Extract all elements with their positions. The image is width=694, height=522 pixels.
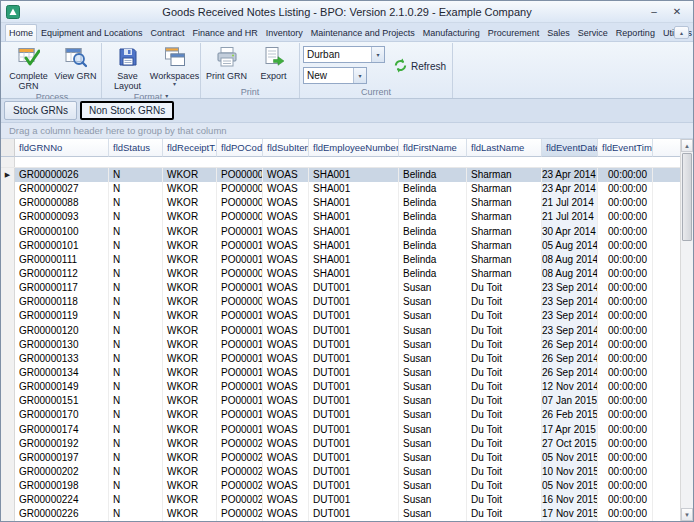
cell-fldeventdate: 26 Feb 2015 [542,408,598,422]
grid-row[interactable]: GR00000120NWKORPO0000134WOASDUT001SusanD… [1,324,693,338]
cell-fldgrnno: GR00000111 [15,253,109,267]
view-grn-button[interactable]: View GRN [53,43,98,82]
print-grn-button[interactable]: Print GRN [204,43,249,82]
save-layout-button[interactable]: Save Layout [105,43,150,92]
vertical-scrollbar[interactable]: ▲ ▼ [680,139,693,521]
grid-row[interactable]: GR00000226NWKORPO0000246WOASDUT001SusanD… [1,507,693,521]
site-dropdown[interactable]: Durban ▾ [303,46,385,63]
close-button[interactable]: ✕ [670,6,684,17]
grid-row[interactable]: GR00000093NWKORPO0000095WOASSHA001Belind… [1,210,693,224]
cell-fldreceiptt: WKOR [163,479,217,493]
ribbon-tab-equipment-and-locations[interactable]: Equipment and Locations [37,24,147,41]
column-header-fldpocode[interactable]: fldPOCode [217,139,263,157]
cell-fldpocode: PO0000246 [217,507,263,521]
grid-row[interactable]: GR00000174NWKORPO0000196WOASDUT001SusanD… [1,423,693,437]
column-header-fldeventtime[interactable]: fldEventTime [598,139,653,157]
column-header-fldeventdate[interactable]: fldEventDate [542,139,598,157]
column-header-fldsubitem[interactable]: fldSubItem... [263,139,309,157]
export-button[interactable]: Export [251,43,296,82]
scrollbar-thumb[interactable] [682,153,692,241]
column-header-fldgrnno[interactable]: fldGRNNo [15,139,109,157]
column-header-fldlastname[interactable]: fldLastName [467,139,542,157]
row-indicator [1,267,15,281]
cell-fldreceiptt: WKOR [163,451,217,465]
cell-fldgrnno: GR00000027 [15,182,109,196]
status-dropdown[interactable]: New ▾ [303,67,367,84]
grid-row[interactable]: GR00000101NWKORPO0000105WOASSHA001Belind… [1,239,693,253]
cell-fldemployeenumber: SHA001 [309,168,399,182]
grid-row[interactable]: GR00000133NWKORPO0000145WOASDUT001SusanD… [1,352,693,366]
cell-fldgrnno: GR00000118 [15,295,109,309]
grn-grid: fldGRNNofldStatusfldReceiptT...fldPOCode… [1,139,693,521]
grid-row[interactable]: GR00000197NWKORPO0000220WOASDUT001SusanD… [1,451,693,465]
grid-row[interactable]: GR00000088NWKORPO0000091WOASSHA001Belind… [1,196,693,210]
scroll-up-button[interactable]: ▲ [681,139,693,152]
column-header-fldreceiptt[interactable]: fldReceiptT... [163,139,217,157]
complete-grn-label: Complete GRN [6,72,51,92]
grid-row[interactable]: GR00000027NWKORPO0000029WOASSHA001Belind… [1,182,693,196]
grid-row[interactable]: GR00000202NWKORPO0000238WOASDUT001SusanD… [1,465,693,479]
grid-row[interactable]: GR00000134NWKORPO0000147WOASDUT001SusanD… [1,366,693,380]
cell-fldlastname: Du Toit [467,451,542,465]
ribbon-tab-manufacturing[interactable]: Manufacturing [419,24,484,41]
grid-row[interactable]: GR00000224NWKORPO0000243WOASDUT001SusanD… [1,493,693,507]
status-chevron-down-icon[interactable]: ▾ [353,68,366,83]
ribbon-tab-service[interactable]: Service [574,24,612,41]
group-by-panel[interactable]: Drag a column header here to group by th… [1,123,693,139]
cell-fldreceiptt: WKOR [163,507,217,521]
cell-fldsubitem: WOAS [263,196,309,210]
ribbon-tab-maintenance-and-projects[interactable]: Maintenance and Projects [307,24,419,41]
cell-fldemployeenumber: DUT001 [309,507,399,521]
complete-grn-button[interactable]: Complete GRN [6,43,51,92]
grid-row[interactable]: GR00000198NWKORPO0000221WOASDUT001SusanD… [1,479,693,493]
group-by-hint: Drag a column header here to group by th… [9,125,227,136]
grid-row[interactable]: GR00000112NWKORPO0000049WOASSHA001Belind… [1,267,693,281]
cell-fldstatus: N [109,451,163,465]
cell-fldlastname: Sharman [467,210,542,224]
ribbon-tab-sales[interactable]: Sales [543,24,574,41]
scroll-down-button[interactable]: ▼ [681,508,693,521]
cell-fldstatus: N [109,182,163,196]
cell-fldfirstname: Susan [399,309,467,323]
cell-fldemployeenumber: DUT001 [309,281,399,295]
grid-row[interactable]: GR00000130NWKORPO0000143WOASDUT001SusanD… [1,338,693,352]
ribbon-tab-inventory[interactable]: Inventory [262,24,307,41]
ribbon-collapse-button[interactable]: ▴ [674,26,689,39]
cell-fldgrnno: GR00000226 [15,507,109,521]
current-caption-label: Current [361,87,391,97]
column-header-fldstatus[interactable]: fldStatus [109,139,163,157]
workspaces-button[interactable]: Workspaces ▾ [152,43,197,87]
ribbon-tab-finance-and-hr[interactable]: Finance and HR [189,24,262,41]
current-filters: Durban ▾ New ▾ [303,46,385,84]
grid-row[interactable]: GR00000118NWKORPO0000094WOASDUT001SusanD… [1,295,693,309]
site-chevron-down-icon[interactable]: ▾ [371,47,384,62]
grid-row[interactable]: ▶GR00000026NWKORPO0000028WOASSHA001Belin… [1,168,693,182]
workspaces-dropdown-icon: ▾ [173,82,176,87]
cell-fldeventtime: 00:00:00 [598,253,653,267]
grid-row[interactable]: GR00000170NWKORPO0000194WOASDUT001SusanD… [1,408,693,422]
cell-fldemployeenumber: DUT001 [309,295,399,309]
minimize-button[interactable]: – [647,6,661,17]
cell-fldeventtime: 00:00:00 [598,210,653,224]
grid-row[interactable]: GR00000100NWKORPO0000104WOASSHA001Belind… [1,225,693,239]
grid-row[interactable]: GR00000117NWKORPO0000132WOASDUT001SusanD… [1,281,693,295]
cell-fldemployeenumber: SHA001 [309,225,399,239]
grid-row[interactable]: GR00000119NWKORPO0000133WOASDUT001SusanD… [1,309,693,323]
ribbon-tab-reporting[interactable]: Reporting [612,24,659,41]
grid-row[interactable]: GR00000192NWKORPO0000211WOASDUT001SusanD… [1,437,693,451]
tab-stock-grns[interactable]: Stock GRNs [4,101,77,120]
refresh-button[interactable]: Refresh [390,56,449,77]
ribbon-tab-procurement[interactable]: Procurement [484,24,544,41]
grid-row[interactable]: GR00000151NWKORPO0000161WOASDUT001SusanD… [1,394,693,408]
grid-row[interactable]: GR00000149NWKORPO0000157WOASDUT001SusanD… [1,380,693,394]
grid-row[interactable]: GR00000111NWKORPO0000124WOASSHA001Belind… [1,253,693,267]
cell-fldreceiptt: WKOR [163,253,217,267]
row-indicator [1,309,15,323]
column-header-fldfirstname[interactable]: fldFirstName [399,139,467,157]
ribbon-tab-home[interactable]: Home [5,24,37,41]
ribbon-tab-contract[interactable]: Contract [147,24,189,41]
cell-fldpocode: PO0000095 [217,210,263,224]
current-group-caption: Current [303,85,449,98]
tab-non-stock-grns[interactable]: Non Stock GRNs [80,101,174,120]
column-header-fldemployeenumber[interactable]: fldEmployeeNumber [309,139,399,157]
